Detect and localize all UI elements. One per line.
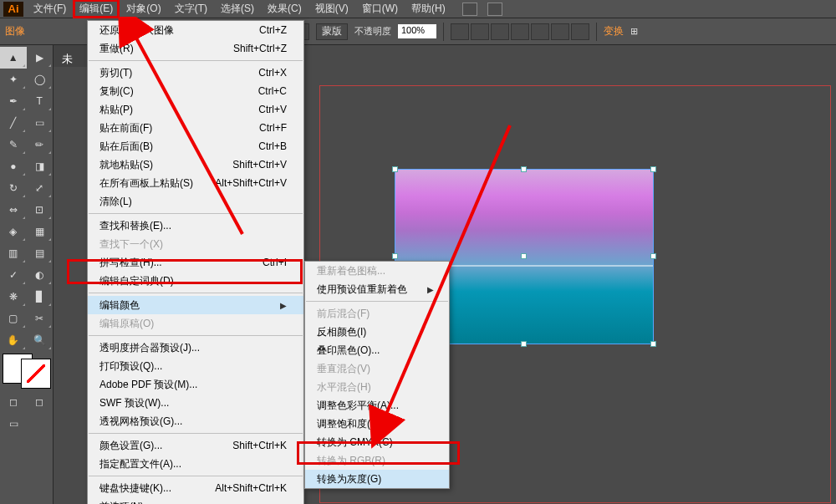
menu-assign-profile[interactable]: 指定配置文件(A)...: [88, 455, 303, 473]
brush-tool[interactable]: ✎: [0, 134, 27, 155]
menu-effect[interactable]: 效果(C): [261, 0, 308, 18]
handle-ml[interactable]: [392, 253, 398, 259]
align-icon-6[interactable]: [551, 23, 569, 40]
align-icon-7[interactable]: [571, 23, 589, 40]
line-tool[interactable]: ╱: [0, 112, 27, 134]
submenu-to-gray[interactable]: 转换为灰度(G): [305, 470, 449, 488]
align-icon-3[interactable]: [491, 23, 509, 40]
blend-tool[interactable]: ◐: [27, 264, 54, 286]
submenu-recolor-preset[interactable]: 使用预设值重新着色▶: [305, 280, 449, 298]
free-transform-tool[interactable]: ⊡: [27, 199, 54, 221]
menu-color-settings[interactable]: 颜色设置(G)...Shift+Ctrl+K: [88, 436, 303, 455]
zoom-tool[interactable]: 🔍: [27, 329, 54, 351]
submenu-invert[interactable]: 反相颜色(I): [305, 323, 449, 341]
menu-print-preset[interactable]: 打印预设(Q)...: [88, 357, 303, 375]
artboard-tool[interactable]: ▢: [0, 308, 27, 329]
color-swatch[interactable]: [3, 354, 50, 388]
submenu-color-balance[interactable]: 调整色彩平衡(A)...: [305, 396, 449, 415]
menu-edit-colors[interactable]: 编辑颜色▶: [88, 296, 303, 314]
menu-redo[interactable]: 重做(R)Shift+Ctrl+Z: [88, 39, 303, 58]
menu-window[interactable]: 窗口(W): [355, 0, 405, 18]
pencil-tool[interactable]: ✏: [27, 134, 54, 155]
eraser-tool[interactable]: ◨: [27, 155, 54, 177]
mesh-tool[interactable]: ▥: [0, 242, 27, 264]
draw-mode[interactable]: ◻: [0, 391, 27, 413]
menu-select[interactable]: 选择(S): [214, 0, 261, 18]
tools-panel: ▲▶ ✦◯ ✒T ╱▭ ✎✏ ●◨ ↻⤢ ⇔⊡ ◈▦ ▥▤ ✓◐ ❋▊ ▢✂ ✋…: [0, 45, 54, 504]
handle-mr[interactable]: [650, 253, 656, 259]
submenu-recolor: 重新着色图稿...: [305, 262, 449, 280]
handle-br[interactable]: [650, 341, 656, 347]
menu-grid-preset[interactable]: 透视网格预设(G)...: [88, 412, 303, 430]
menu-text[interactable]: 文字(T): [168, 0, 214, 18]
align-icon-2[interactable]: [471, 23, 489, 40]
scale-tool[interactable]: ⤢: [27, 177, 54, 199]
width-tool[interactable]: ⇔: [0, 199, 27, 221]
pen-tool[interactable]: ✒: [0, 90, 27, 112]
magic-wand-tool[interactable]: ✦: [0, 69, 27, 90]
menu-paste-front[interactable]: 贴在前面(F)Ctrl+F: [88, 119, 303, 137]
align-icon-1[interactable]: [451, 23, 469, 40]
handle-tl[interactable]: [392, 166, 398, 172]
submenu-saturation[interactable]: 调整饱和度(S)...: [305, 415, 449, 433]
submenu-overprint[interactable]: 叠印黑色(O)...: [305, 341, 449, 359]
menu-transparency-preset[interactable]: 透明度拼合器预设(J)...: [88, 339, 303, 357]
screen-mode-2[interactable]: ▭: [0, 413, 27, 435]
type-tool[interactable]: T: [27, 90, 54, 112]
menu-cut[interactable]: 剪切(T)Ctrl+X: [88, 64, 303, 82]
titlebar-icon-2[interactable]: [487, 3, 502, 16]
menu-preferences[interactable]: 首选项(N)▶: [88, 497, 303, 504]
shape-builder-tool[interactable]: ◈: [0, 221, 27, 242]
menu-copy[interactable]: 复制(C)Ctrl+C: [88, 82, 303, 100]
annotation-box-gray: [297, 441, 460, 465]
titlebar-extra-icons: [462, 3, 502, 16]
rotate-tool[interactable]: ↻: [0, 177, 27, 199]
menu-paste-back[interactable]: 贴在后面(B)Ctrl+B: [88, 137, 303, 155]
menu-paste-place[interactable]: 就地粘贴(S)Shift+Ctrl+V: [88, 155, 303, 174]
menu-pdf-preset[interactable]: Adobe PDF 预设(M)...: [88, 375, 303, 394]
handle-tr[interactable]: [650, 166, 656, 172]
handle-cc[interactable]: [521, 253, 527, 259]
document-tab-label: 未: [62, 52, 73, 67]
opacity-input[interactable]: 100%: [398, 24, 436, 38]
menu-find-replace[interactable]: 查找和替换(E)...: [88, 216, 303, 235]
transform-expand-icon[interactable]: ⊞: [630, 26, 638, 37]
menu-find-next: 查找下一个(X): [88, 235, 303, 253]
graph-tool[interactable]: ▊: [27, 286, 54, 308]
slice-tool[interactable]: ✂: [27, 308, 54, 329]
titlebar-icon-1[interactable]: [462, 3, 477, 16]
symbol-tool[interactable]: ❋: [0, 286, 27, 308]
hand-tool[interactable]: ✋: [0, 329, 27, 351]
align-icon-5[interactable]: [531, 23, 549, 40]
menu-paste-all[interactable]: 在所有画板上粘贴(S)Alt+Shift+Ctrl+V: [88, 174, 303, 192]
eyedropper-tool[interactable]: ✓: [0, 264, 27, 286]
menu-keyboard[interactable]: 键盘快捷键(K)...Alt+Shift+Ctrl+K: [88, 479, 303, 497]
menu-clear[interactable]: 清除(L): [88, 192, 303, 211]
transform-label[interactable]: 变换: [604, 24, 624, 38]
gradient-tool[interactable]: ▤: [27, 242, 54, 264]
titlebar: Ai 文件(F) 编辑(E) 对象(O) 文字(T) 选择(S) 效果(C) 视…: [0, 0, 836, 18]
menu-edit-original: 编辑原稿(O): [88, 314, 303, 333]
menu-swf-preset[interactable]: SWF 预设(W)...: [88, 394, 303, 412]
mask-button[interactable]: 蒙版: [316, 23, 348, 40]
align-icon-4[interactable]: [511, 23, 529, 40]
menu-object[interactable]: 对象(O): [120, 0, 167, 18]
submenu-front-back: 前后混合(F): [305, 304, 449, 323]
perspective-tool[interactable]: ▦: [27, 221, 54, 242]
menu-edit[interactable]: 编辑(E): [73, 0, 120, 18]
selection-tool[interactable]: ▲: [0, 47, 27, 69]
menu-view[interactable]: 视图(V): [308, 0, 355, 18]
blob-tool[interactable]: ●: [0, 155, 27, 177]
direct-select-tool[interactable]: ▶: [27, 47, 54, 69]
screen-mode[interactable]: ◻: [27, 391, 54, 413]
handle-tc[interactable]: [521, 166, 527, 172]
menu-paste[interactable]: 粘贴(P)Ctrl+V: [88, 100, 303, 119]
submenu-arrow-icon: ▶: [280, 301, 287, 310]
handle-bc[interactable]: [521, 341, 527, 347]
rect-tool[interactable]: ▭: [27, 112, 54, 134]
menu-help[interactable]: 帮助(H): [405, 0, 452, 18]
menu-file[interactable]: 文件(F): [27, 0, 73, 18]
opacity-label: 不透明度: [354, 25, 391, 38]
lasso-tool[interactable]: ◯: [27, 69, 54, 90]
menu-undo[interactable]: 还原(U)嵌入图像Ctrl+Z: [88, 21, 303, 39]
